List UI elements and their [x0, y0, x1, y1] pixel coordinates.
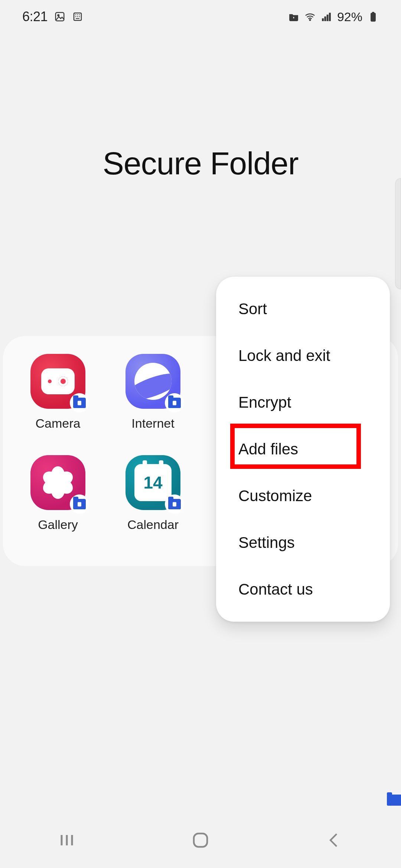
- svg-point-4: [309, 19, 311, 21]
- status-bar-left: 6:21: [22, 9, 83, 24]
- secure-badge-icon: [70, 494, 89, 514]
- app-calendar[interactable]: 14 Calendar: [105, 455, 200, 532]
- menu-item-settings[interactable]: Settings: [216, 519, 390, 566]
- svg-rect-10: [372, 12, 374, 14]
- svg-point-1: [58, 14, 59, 16]
- status-bar-right: 92%: [288, 10, 379, 24]
- svg-rect-6: [325, 17, 326, 21]
- svg-rect-5: [322, 19, 324, 21]
- image-notification-icon: [54, 11, 65, 22]
- signal-icon: [321, 11, 332, 22]
- menu-item-sort[interactable]: Sort: [216, 286, 390, 332]
- secure-folder-status-icon: [288, 11, 299, 22]
- page-title: Secure Folder: [102, 145, 298, 182]
- battery-percentage: 92%: [337, 10, 362, 24]
- wifi-icon: [304, 11, 316, 22]
- secure-badge-icon: [70, 393, 89, 412]
- overflow-menu: Sort Lock and exit Encrypt Add files Cus…: [216, 277, 390, 622]
- app-camera-label: Camera: [36, 416, 81, 431]
- menu-item-lock-and-exit[interactable]: Lock and exit: [216, 332, 390, 379]
- menu-item-contact-us[interactable]: Contact us: [216, 566, 390, 613]
- secure-badge-icon: [165, 494, 184, 514]
- keyboard-notification-icon: [72, 11, 83, 22]
- nav-back-button[interactable]: [314, 829, 355, 851]
- nav-home-button[interactable]: [180, 829, 221, 851]
- menu-item-encrypt[interactable]: Encrypt: [216, 379, 390, 426]
- app-internet[interactable]: Internet: [105, 354, 200, 431]
- svg-rect-7: [327, 15, 328, 21]
- app-calendar-label: Calendar: [127, 517, 179, 532]
- app-gallery-label: Gallery: [38, 517, 78, 532]
- corner-secure-folder-icon: [387, 795, 401, 806]
- nav-recents-button[interactable]: [46, 829, 87, 851]
- svg-rect-8: [329, 13, 330, 21]
- secure-badge-icon: [165, 393, 184, 412]
- menu-item-customize[interactable]: Customize: [216, 473, 390, 519]
- svg-rect-3: [293, 17, 294, 19]
- app-camera[interactable]: Camera: [10, 354, 105, 431]
- battery-icon: [368, 11, 379, 22]
- svg-rect-9: [371, 13, 376, 22]
- app-gallery[interactable]: Gallery: [10, 455, 105, 532]
- svg-rect-11: [194, 834, 207, 847]
- app-internet-label: Internet: [131, 416, 174, 431]
- status-time: 6:21: [22, 9, 48, 24]
- navigation-bar: [0, 812, 401, 868]
- calendar-day: 14: [134, 464, 172, 501]
- status-bar: 6:21 92%: [0, 0, 401, 33]
- menu-item-add-files[interactable]: Add files: [216, 426, 390, 473]
